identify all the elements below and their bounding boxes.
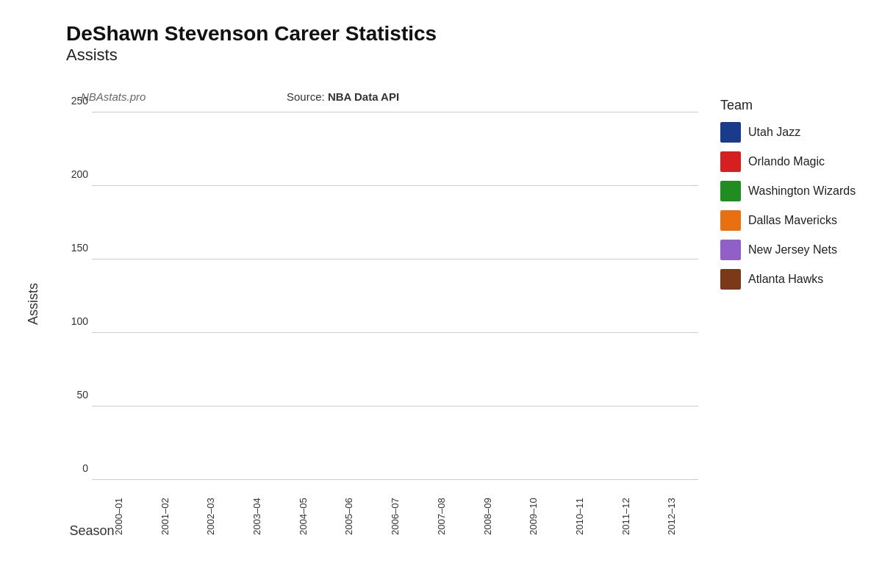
y-tick-label: 0 — [59, 462, 88, 474]
legend-item: Utah Jazz — [720, 122, 867, 143]
legend-title: Team — [720, 98, 867, 113]
plot-and-legend: NBAstats.pro Source: NBA Data API 050100… — [44, 68, 867, 539]
x-label: 2010–11 — [556, 484, 603, 535]
legend-color-box — [720, 122, 741, 143]
chart-container: DeShawn Stevenson Career Statistics Assi… — [0, 0, 882, 588]
legend-items: Utah JazzOrlando MagicWashington Wizards… — [720, 122, 867, 290]
chart-area: Assists NBAstats.pro Source: NBA Data AP… — [22, 68, 867, 539]
legend-label: New Jersey Nets — [748, 243, 837, 257]
plot-area: NBAstats.pro Source: NBA Data API 050100… — [51, 68, 706, 539]
bars-container — [92, 112, 698, 480]
legend-color-box — [720, 210, 741, 231]
x-label: 2007–08 — [418, 484, 465, 535]
legend-label: Utah Jazz — [748, 126, 800, 139]
source-prefix: Source: — [287, 90, 328, 103]
legend-label: Dallas Mavericks — [748, 214, 837, 227]
legend-color-box — [720, 151, 741, 172]
legend-item: New Jersey Nets — [720, 240, 867, 260]
legend-label: Atlanta Hawks — [748, 273, 823, 286]
title-rest: Career Statistics — [268, 22, 437, 45]
main-title: DeShawn Stevenson Career Statistics — [66, 22, 867, 46]
title-section: DeShawn Stevenson Career Statistics Assi… — [66, 22, 867, 65]
x-label: 2012–13 — [648, 484, 695, 535]
legend-label: Orlando Magic — [748, 155, 825, 168]
subtitle: Assists — [66, 46, 867, 65]
legend-color-box — [720, 240, 741, 260]
x-label: 2009–10 — [510, 484, 556, 535]
title-bold: DeShawn Stevenson — [66, 22, 268, 45]
x-label: 2011–12 — [603, 484, 649, 535]
legend-color-box — [720, 181, 741, 201]
x-axis-title: Season — [0, 523, 395, 539]
source-text: Source: NBA Data API — [287, 90, 399, 103]
y-tick-label: 100 — [59, 315, 88, 327]
watermark: NBAstats.pro — [81, 90, 146, 103]
legend: Team Utah JazzOrlando MagicWashington Wi… — [706, 68, 867, 539]
y-tick-label: 200 — [59, 168, 88, 180]
y-axis-label: Assists — [22, 68, 44, 539]
legend-item: Washington Wizards — [720, 181, 867, 201]
legend-item: Orlando Magic — [720, 151, 867, 172]
legend-item: Atlanta Hawks — [720, 269, 867, 290]
legend-label: Washington Wizards — [748, 184, 856, 198]
legend-item: Dallas Mavericks — [720, 210, 867, 231]
y-tick-label: 250 — [59, 95, 88, 107]
legend-color-box — [720, 269, 741, 290]
y-tick-label: 50 — [59, 389, 88, 401]
y-tick-label: 150 — [59, 242, 88, 254]
grid-and-bars: 050100150200250 2000–012001–022002–03200… — [92, 112, 698, 480]
x-label: 2008–09 — [465, 484, 511, 535]
source-bold: NBA Data API — [328, 90, 399, 103]
